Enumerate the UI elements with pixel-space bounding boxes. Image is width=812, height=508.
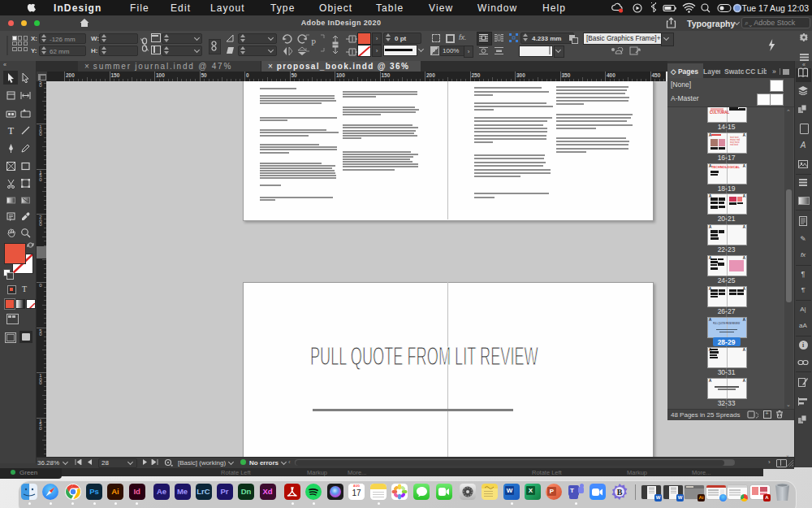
svg-text:B: B bbox=[617, 488, 623, 497]
svg-text:T: T bbox=[7, 125, 14, 136]
